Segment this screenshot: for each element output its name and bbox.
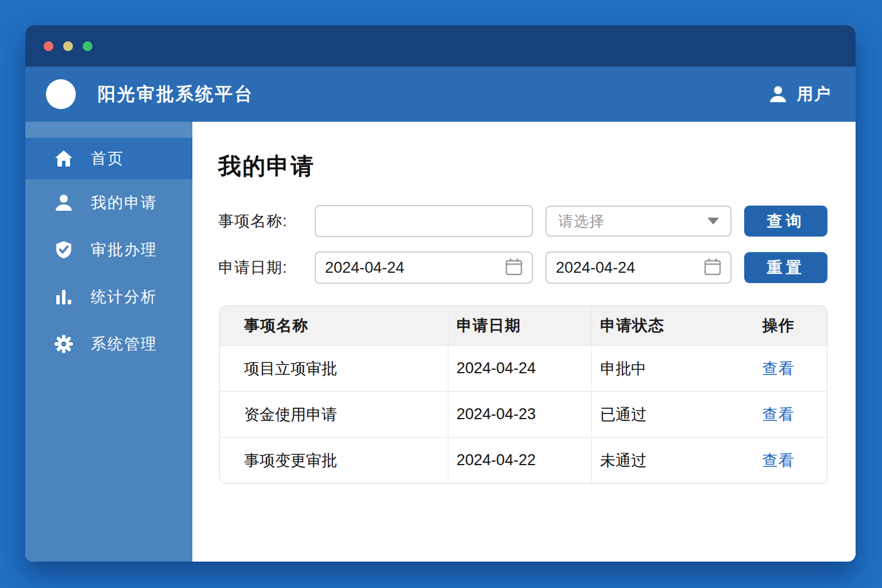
view-link[interactable]: 查看 — [763, 450, 795, 471]
maximize-window-button[interactable] — [83, 41, 92, 51]
column-header-status: 申请状态 — [592, 306, 730, 345]
sidebar-item-label: 系统管理 — [91, 334, 157, 354]
window-titlebar — [25, 25, 856, 67]
item-name-input[interactable] — [315, 205, 533, 237]
date-from-input[interactable]: 2024-04-24 — [315, 252, 533, 284]
sidebar: 首页 我的申请 审批办理 — [25, 122, 192, 562]
chevron-down-icon — [707, 218, 719, 225]
sidebar-item-statistics[interactable]: 统计分析 — [25, 273, 192, 320]
status-select[interactable]: 请选择 — [546, 206, 732, 237]
apply-date-label: 申请日期: — [218, 257, 315, 278]
sidebar-item-label: 首页 — [91, 148, 124, 169]
column-header-apply-date: 申请日期 — [448, 306, 592, 345]
user-icon — [54, 193, 74, 212]
reset-button[interactable]: 重置 — [744, 252, 827, 283]
filter-form: 事项名称: 请选择 查询 申请日期: 2024-04-24 — [218, 205, 856, 284]
shield-check-icon — [54, 240, 74, 260]
view-link[interactable]: 查看 — [763, 404, 795, 425]
app-window: 阳光审批系统平台 用户 首页 — [25, 25, 856, 562]
bar-chart-icon — [54, 287, 74, 307]
sidebar-item-label: 我的申请 — [91, 192, 157, 213]
minimize-window-button[interactable] — [63, 41, 73, 51]
calendar-icon — [505, 257, 523, 278]
sidebar-top-strip — [25, 122, 192, 138]
cell-status: 申批中 — [592, 346, 730, 391]
main-content: 我的申请 事项名称: 请选择 查询 申请日期: 2024-04-24 — [192, 122, 856, 562]
sidebar-item-approval-processing[interactable]: 审批办理 — [25, 226, 192, 273]
calendar-icon — [704, 257, 721, 278]
user-icon — [768, 84, 788, 104]
cell-apply-date: 2024-04-24 — [448, 346, 592, 391]
close-window-button[interactable] — [44, 41, 53, 51]
sidebar-item-my-applications[interactable]: 我的申请 — [25, 179, 192, 226]
cell-item-name: 资金使用申请 — [220, 392, 448, 437]
cell-item-name: 事项变更审批 — [220, 438, 448, 483]
view-link[interactable]: 查看 — [763, 358, 795, 379]
sidebar-item-label: 统计分析 — [91, 287, 157, 307]
cell-apply-date: 2024-04-23 — [448, 392, 592, 437]
item-name-label: 事项名称: — [218, 211, 315, 231]
cell-status: 已通过 — [592, 392, 730, 437]
app-header: 阳光审批系统平台 用户 — [25, 67, 856, 122]
table-header-row: 事项名称 申请日期 申请状态 操作 — [220, 306, 827, 345]
user-menu[interactable]: 用户 — [768, 83, 831, 105]
sidebar-item-label: 审批办理 — [91, 239, 157, 260]
search-button[interactable]: 查询 — [744, 206, 827, 237]
app-logo — [46, 79, 76, 109]
date-to-input[interactable]: 2024-04-24 — [546, 252, 732, 284]
sidebar-item-system-management[interactable]: 系统管理 — [25, 320, 192, 368]
page-title: 我的申请 — [218, 150, 856, 182]
home-icon — [54, 149, 74, 168]
gear-icon — [54, 334, 74, 354]
sidebar-item-home[interactable]: 首页 — [25, 138, 192, 179]
column-header-actions: 操作 — [730, 306, 827, 345]
table-row: 项目立项审批 2024-04-24 申批中 查看 — [220, 345, 827, 391]
table-row: 事项变更审批 2024-04-22 未通过 查看 — [220, 437, 827, 483]
applications-table: 事项名称 申请日期 申请状态 操作 项目立项审批 2024-04-24 申批中 … — [219, 305, 827, 483]
app-title: 阳光审批系统平台 — [98, 82, 254, 106]
select-placeholder: 请选择 — [558, 211, 605, 231]
table-row: 资金使用申请 2024-04-23 已通过 查看 — [220, 391, 827, 437]
cell-status: 未通过 — [592, 438, 730, 483]
cell-item-name: 项目立项审批 — [220, 346, 448, 391]
desktop-background: { "window": { "traffic_lights": { "close… — [0, 0, 882, 588]
user-label: 用户 — [797, 83, 831, 105]
column-header-item-name: 事项名称 — [220, 306, 448, 345]
cell-apply-date: 2024-04-22 — [448, 438, 592, 483]
